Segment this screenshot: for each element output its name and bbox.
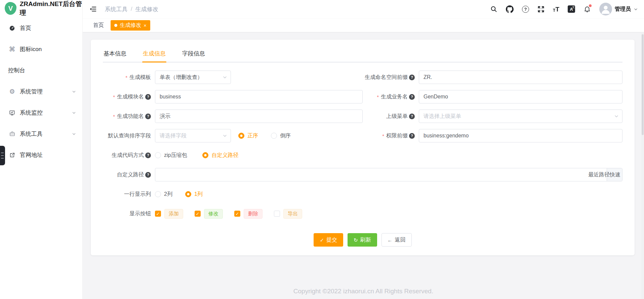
gear-icon: ⚙	[8, 88, 16, 95]
settings-drawer-handle[interactable]	[0, 146, 5, 165]
radio-zip[interactable]: zip压缩包	[155, 152, 187, 159]
search-icon[interactable]	[490, 5, 497, 13]
module-name-input[interactable]	[155, 90, 363, 103]
checkbox-export[interactable]: 导出	[274, 209, 302, 219]
required-asterisk: *	[113, 114, 115, 119]
field-label: * 生成模块名 ?	[103, 93, 155, 100]
radio-dot	[155, 191, 161, 197]
form-row: * 生成模块名 ? * 生成业务名 ?	[103, 90, 622, 103]
custom-path-input-group: 最近路径快速	[155, 168, 622, 181]
menu-fold-icon[interactable]	[89, 5, 97, 13]
checkbox-delete[interactable]: ✓ 删除	[234, 209, 263, 219]
sidebar-item-label: 控制台	[8, 67, 25, 74]
form-row: 显示按钮 ✓ 添加 ✓ 修改	[103, 207, 622, 220]
avatar	[599, 3, 612, 15]
checkbox-add[interactable]: ✓ 添加	[155, 209, 183, 219]
chevron-down-icon	[72, 89, 76, 94]
radio-dot	[271, 133, 277, 139]
sidebar-item-icons[interactable]: ⌘ 图标icon	[0, 39, 82, 60]
sidebar-item-console[interactable]: 控制台	[0, 60, 82, 81]
select-value: 单表（增删改查）	[160, 74, 203, 81]
form-row: 自定义路径 ? 最近路径快速	[103, 168, 622, 181]
tag-export: 导出	[283, 209, 302, 219]
namespace-input[interactable]	[419, 71, 622, 84]
select-placeholder: 请选择上级菜单	[424, 113, 461, 120]
tab-field-info[interactable]: 字段信息	[182, 50, 206, 62]
translate-icon[interactable]: A文	[568, 5, 575, 13]
back-button[interactable]: ← 返回	[381, 233, 412, 247]
field-label: 生成代码方式 ?	[103, 152, 155, 159]
custom-path-input[interactable]	[155, 168, 607, 181]
radio-sort-desc[interactable]: 倒序	[271, 132, 291, 139]
sidebar-item-official-site[interactable]: 官网地址	[0, 144, 82, 166]
business-name-input[interactable]	[419, 90, 622, 103]
code-mode-radio-group: zip压缩包 自定义路径	[155, 152, 238, 159]
sidebar-item-label: 系统监控	[20, 109, 43, 117]
breadcrumb-item[interactable]: 系统工具	[105, 5, 128, 13]
github-icon[interactable]	[506, 5, 514, 13]
radio-sort-asc[interactable]: 正序	[238, 132, 258, 139]
function-name-input[interactable]	[155, 110, 363, 123]
user-menu[interactable]: 管理员	[599, 3, 638, 15]
notification-badge	[589, 4, 592, 7]
refresh-button[interactable]: ↻ 刷新	[348, 233, 377, 247]
radio-dot	[238, 133, 244, 139]
sort-field-select[interactable]: 请选择字段	[155, 129, 231, 142]
sidebar: V ZRAdmin.NET后台管理 首页 ⌘ 图标icon 控制台 ⚙ 系统管理	[0, 0, 83, 299]
required-asterisk: *	[113, 94, 115, 100]
form-row: * 生成功能名 ? 上级菜单 ? 请选择上级菜单	[103, 110, 622, 123]
submit-button[interactable]: ✓ 提交	[314, 233, 343, 247]
sidebar-menu: 首页 ⌘ 图标icon 控制台 ⚙ 系统管理 系统监控	[0, 17, 82, 166]
checkbox: ✓	[195, 211, 201, 217]
tag-active[interactable]: 生成修改 ×	[111, 20, 150, 31]
sidebar-item-home[interactable]: 首页	[0, 17, 82, 39]
radio-one-column[interactable]: 1列	[185, 191, 203, 198]
checkbox: ✓	[234, 211, 240, 217]
help-icon[interactable]: ?	[522, 6, 529, 13]
tab-gen-info[interactable]: 生成信息	[142, 50, 166, 62]
check-icon: ✓	[320, 238, 324, 243]
required-asterisk: *	[125, 75, 127, 80]
field-label: 显示按钮	[103, 210, 155, 217]
sidebar-item-system-monitor[interactable]: 系统监控	[0, 102, 82, 123]
perm-prefix-input[interactable]	[419, 129, 622, 142]
help-tooltip-icon: ?	[145, 114, 151, 119]
radio-dot	[155, 152, 161, 158]
sidebar-item-label: 系统管理	[20, 88, 43, 95]
field-label: 默认查询排序字段	[103, 132, 155, 139]
top-header: 系统工具 / 生成修改 ? TT A文 管理员	[83, 0, 644, 18]
template-select[interactable]: 单表（增删改查）	[155, 71, 231, 84]
help-tooltip-icon: ?	[145, 172, 151, 178]
close-icon[interactable]: ×	[144, 23, 147, 28]
tags-view-bar: 首页 生成修改 ×	[83, 18, 644, 32]
gen-edit-card: 基本信息 生成信息 字段信息 * 生成模板 单表（增删改查）	[91, 40, 635, 255]
checkbox-edit[interactable]: ✓ 修改	[195, 209, 223, 219]
tab-basic-info[interactable]: 基本信息	[103, 50, 127, 62]
field-label: * 生成模板	[103, 74, 155, 81]
page-scrollbar[interactable]	[641, 32, 644, 299]
font-size-icon[interactable]: TT	[553, 6, 559, 12]
parent-menu-select[interactable]: 请选择上级菜单	[419, 110, 622, 123]
form-actions: ✓ 提交 ↻ 刷新 ← 返回	[103, 233, 622, 247]
sidebar-item-system-manage[interactable]: ⚙ 系统管理	[0, 81, 82, 102]
radio-two-columns[interactable]: 2列	[155, 191, 172, 198]
form-row: 一行显示列 2列 1列	[103, 187, 622, 201]
fullscreen-icon[interactable]	[537, 6, 545, 13]
scrollbar-thumb[interactable]	[642, 34, 644, 135]
header-actions: ? TT A文 管理员	[490, 3, 644, 15]
field-label: 自定义路径 ?	[103, 171, 155, 178]
chevron-down-icon	[634, 7, 638, 11]
bell-icon[interactable]	[583, 5, 591, 13]
app-title: ZRAdmin.NET后台管理	[20, 0, 82, 17]
help-tooltip-icon: ?	[409, 114, 415, 119]
sidebar-item-label: 首页	[20, 24, 31, 32]
field-label: 上级菜单 ?	[363, 113, 419, 120]
radio-custom-path[interactable]: 自定义路径	[202, 152, 238, 159]
sidebar-item-system-tools[interactable]: 系统工具	[0, 123, 82, 144]
recent-path-button[interactable]	[607, 168, 622, 181]
tag-delete: 删除	[244, 209, 263, 219]
gen-info-form: * 生成模板 单表（增删改查） 生成命名空间前缀	[103, 71, 622, 247]
tag-home[interactable]: 首页	[92, 20, 105, 31]
breadcrumb: 系统工具 / 生成修改	[105, 5, 158, 13]
main-content: 基本信息 生成信息 字段信息 * 生成模板 单表（增删改查）	[83, 32, 644, 299]
